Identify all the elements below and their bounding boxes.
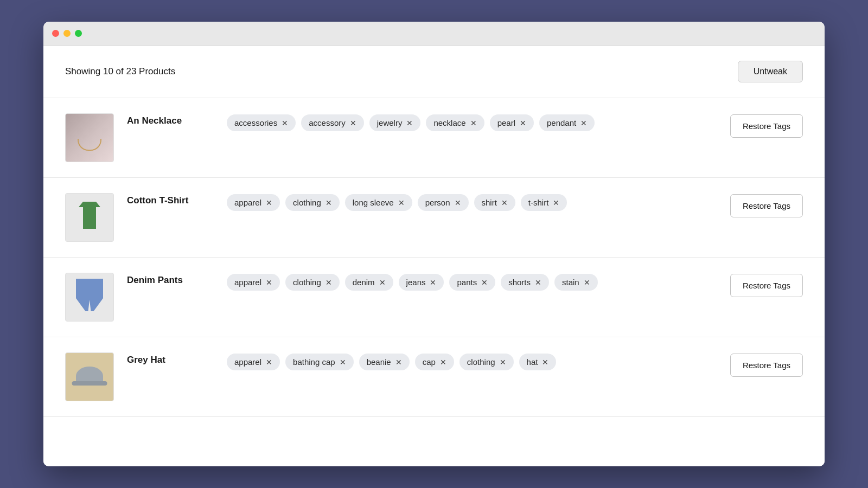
tag-label: apparel [234,278,261,287]
tag: clothing✕ [285,194,340,211]
product-image-tshirt [65,193,114,242]
traffic-lights [52,30,82,37]
tag-label: person [425,198,450,207]
showing-text: Showing 10 of 23 Products [65,66,175,77]
tag-label: hat [527,357,538,367]
tag-remove-icon[interactable]: ✕ [326,199,332,207]
tag-remove-icon[interactable]: ✕ [580,119,587,127]
tag-label: long sleeve [353,198,394,207]
tag-remove-icon[interactable]: ✕ [535,279,541,286]
tag-remove-icon[interactable]: ✕ [430,279,436,286]
tag: cap✕ [415,354,454,370]
tag: accessory✕ [301,114,364,131]
tags-container-hat: apparel✕bathing cap✕beanie✕cap✕clothing✕… [227,352,717,370]
restore-tags-button-pants[interactable]: Restore Tags [730,274,803,297]
tag-remove-icon[interactable]: ✕ [553,199,559,207]
tag: pearl✕ [490,114,534,131]
tag-remove-icon[interactable]: ✕ [481,279,488,286]
tag-label: pearl [497,118,515,127]
tag-label: apparel [234,357,261,367]
restore-tags-button-tshirt[interactable]: Restore Tags [730,194,803,217]
tag-label: denim [353,278,375,287]
tag: jewelry✕ [369,114,421,131]
tag-remove-icon[interactable]: ✕ [455,199,461,207]
tag: stain✕ [554,274,598,291]
tag-remove-icon[interactable]: ✕ [584,279,590,286]
tag-remove-icon[interactable]: ✕ [398,199,405,207]
tag-remove-icon[interactable]: ✕ [501,199,508,207]
tag: denim✕ [345,274,393,291]
product-row: An Necklaceaccessories✕accessory✕jewelry… [43,98,825,178]
tag-remove-icon[interactable]: ✕ [406,119,413,127]
restore-tags-button-hat[interactable]: Restore Tags [730,354,803,377]
tag-remove-icon[interactable]: ✕ [266,199,272,207]
tag: accessories✕ [227,114,296,131]
tag-remove-icon[interactable]: ✕ [282,119,288,127]
tag-remove-icon[interactable]: ✕ [379,279,386,286]
tag: apparel✕ [227,274,280,291]
tag-remove-icon[interactable]: ✕ [520,119,526,127]
tag: pants✕ [449,274,495,291]
tag-remove-icon[interactable]: ✕ [500,358,506,366]
tag: pendant✕ [539,114,595,131]
close-button[interactable] [52,30,59,37]
product-image-pants [65,273,114,322]
product-image-necklace [65,113,114,162]
product-row: Cotton T-Shirtapparel✕clothing✕long slee… [43,178,825,258]
product-name-tshirt: Cotton T-Shirt [127,193,214,206]
tag: beanie✕ [359,354,410,370]
tag-remove-icon[interactable]: ✕ [470,119,477,127]
tag-remove-icon[interactable]: ✕ [350,119,356,127]
tag: apparel✕ [227,354,280,370]
tag: jeans✕ [399,274,444,291]
tag: clothing✕ [285,274,340,291]
product-row: Grey Hatapparel✕bathing cap✕beanie✕cap✕c… [43,337,825,417]
restore-tags-button-necklace[interactable]: Restore Tags [730,114,803,138]
tags-container-pants: apparel✕clothing✕denim✕jeans✕pants✕short… [227,273,717,291]
tag: bathing cap✕ [285,354,354,370]
tag-label: shorts [508,278,531,287]
tag-label: necklace [433,118,465,127]
tag-remove-icon[interactable]: ✕ [440,358,446,366]
tag-label: clothing [293,198,321,207]
app-window: Showing 10 of 23 Products Untweak An Nec… [43,22,825,466]
tag-label: accessories [234,118,277,127]
tag-remove-icon[interactable]: ✕ [326,279,332,286]
product-row: Denim Pantsapparel✕clothing✕denim✕jeans✕… [43,258,825,337]
tag-label: pants [457,278,477,287]
tag: apparel✕ [227,194,280,211]
tags-container-tshirt: apparel✕clothing✕long sleeve✕person✕shir… [227,193,717,211]
tag-label: beanie [367,357,391,367]
tag: clothing✕ [459,354,514,370]
tag: t-shirt✕ [521,194,567,211]
product-image-hat [65,352,114,401]
header-bar: Showing 10 of 23 Products Untweak [43,46,825,98]
tag-label: accessory [309,118,346,127]
tag-label: stain [562,278,579,287]
maximize-button[interactable] [75,30,82,37]
tag: shirt✕ [474,194,515,211]
tag-label: jewelry [377,118,403,127]
tag-label: clothing [467,357,495,367]
tag-label: t-shirt [528,198,549,207]
tag: necklace✕ [426,114,484,131]
product-name-necklace: An Necklace [127,113,214,126]
tag-label: cap [423,357,436,367]
tag-label: pendant [547,118,576,127]
untweak-button[interactable]: Untweak [738,61,803,82]
tag-remove-icon[interactable]: ✕ [340,358,346,366]
products-list: An Necklaceaccessories✕accessory✕jewelry… [43,98,825,417]
tag: person✕ [418,194,469,211]
titlebar [43,22,825,46]
product-name-hat: Grey Hat [127,352,214,365]
tag-remove-icon[interactable]: ✕ [266,358,272,366]
product-name-pants: Denim Pants [127,273,214,286]
tag-remove-icon[interactable]: ✕ [266,279,272,286]
main-content: Showing 10 of 23 Products Untweak An Nec… [43,46,825,466]
tag-remove-icon[interactable]: ✕ [395,358,402,366]
tag: hat✕ [519,354,557,370]
minimize-button[interactable] [63,30,71,37]
tag: long sleeve✕ [345,194,412,211]
tag: shorts✕ [501,274,549,291]
tag-remove-icon[interactable]: ✕ [542,358,548,366]
